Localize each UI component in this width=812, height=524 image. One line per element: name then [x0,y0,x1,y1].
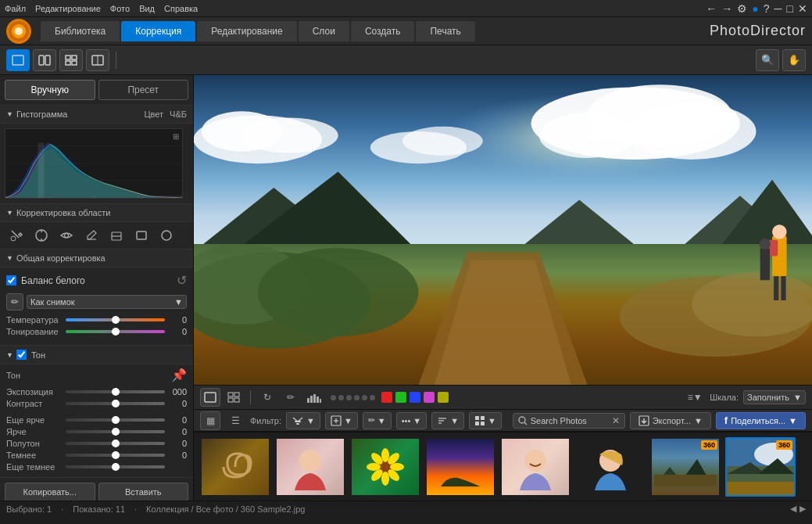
darker-slider[interactable] [66,454,165,457]
radial-tool[interactable] [31,225,52,246]
thumb-4[interactable] [425,437,495,497]
svg-point-37 [241,118,338,153]
scroll-left-btn[interactable]: ◀ [790,504,796,514]
scale-select[interactable]: Заполнить ▼ [743,390,806,404]
tab-correction[interactable]: Коррекция [121,21,195,41]
exposure-slider[interactable] [66,390,165,393]
menu-file[interactable]: Файл [5,4,26,13]
svg-rect-3 [13,56,23,65]
search-clear-btn[interactable]: ✕ [612,415,620,426]
more-darker-slider[interactable] [66,465,165,468]
filmstrip-grid-btn[interactable]: ▦ [200,411,220,430]
more-darker-row: Еще темнее [6,462,187,472]
highlights-slider[interactable] [66,418,165,422]
paste-btn[interactable]: Вставить [98,483,189,501]
pencil-tool[interactable] [81,225,102,246]
filter-btn-4[interactable]: ••• ▼ [396,412,427,429]
view-mode-btn-3[interactable] [59,49,83,71]
temperature-slider[interactable] [66,318,165,321]
menu-help[interactable]: Справка [164,4,198,13]
rect-tool[interactable] [131,225,152,246]
tab-layers[interactable]: Слои [299,21,349,41]
contrast-row: Контраст 0 [6,399,187,408]
brighter-slider[interactable] [66,430,165,433]
eye-tool[interactable] [56,225,77,246]
maximize-icon[interactable]: □ [787,2,793,15]
search-input[interactable] [531,416,609,425]
thumb-1[interactable] [200,437,270,497]
export-btn[interactable]: Экспорт... ▼ [630,412,711,429]
rotate-btn[interactable]: ↻ [257,388,277,407]
eyedropper-tool[interactable]: ✏ [6,293,23,310]
sort-btn[interactable]: ▼ [431,412,464,429]
tone-slider-row: Тонирование 0 [6,327,187,336]
histogram-section-header[interactable]: ▼ Гистограмма Цвет Ч&Б [0,105,193,124]
tab-edit[interactable]: Редактирование [197,21,296,41]
view-grid-btn[interactable] [224,388,244,407]
manual-mode-btn[interactable]: Вручную [5,80,95,100]
histogram-bw-option[interactable]: Ч&Б [170,109,187,119]
tab-library[interactable]: Библиотека [41,21,120,41]
grid-size-btn[interactable]: ▼ [469,412,502,429]
menu-edit[interactable]: Редактирование [35,4,101,13]
thumb-7[interactable]: 360 [650,437,721,497]
minimize-icon[interactable]: ─ [774,2,782,15]
back-icon[interactable]: ← [706,2,717,15]
contrast-slider[interactable] [66,402,165,405]
color-red[interactable] [381,392,392,403]
filter-btn-2[interactable]: ▼ [325,412,358,429]
filter-btn-3[interactable]: ✏ ▼ [363,412,392,429]
sort-options-btn[interactable]: ≡▼ [685,388,705,407]
forward-icon[interactable]: → [721,2,732,15]
share-btn[interactable]: f Поделиться... ▼ [716,412,806,429]
thumb-8[interactable]: 360 [725,437,796,497]
tone-label: Тон [31,350,45,360]
white-balance-checkbox[interactable] [6,275,16,285]
view-mode-btn-1[interactable] [6,49,30,71]
white-balance-reset[interactable]: ↺ [177,273,187,288]
view-mode-btn-2[interactable] [33,49,56,71]
tone-sublabel: Тон [6,371,171,380]
color-green[interactable] [395,392,406,403]
close-icon[interactable]: ✕ [798,2,807,15]
tab-create[interactable]: Создать [351,21,415,41]
menu-view[interactable]: Вид [139,4,155,13]
color-purple[interactable] [424,392,435,403]
user-icon[interactable]: ● [752,2,758,15]
hand-tool-btn[interactable]: ✋ [782,49,806,71]
temperature-value: 0 [168,315,187,325]
wb-preset-select[interactable]: Как снимок ▼ [27,295,187,309]
copy-btn[interactable]: Копировать... [5,483,95,501]
tone-checkbox[interactable] [16,350,27,360]
scroll-right-btn[interactable]: ▶ [799,504,806,514]
eraser-tool[interactable] [106,225,127,246]
menu-photo[interactable]: Фото [110,4,130,13]
toning-slider[interactable] [66,330,165,333]
brush-tool[interactable] [6,225,27,246]
tab-print[interactable]: Печать [416,21,474,41]
color-blue[interactable] [410,392,420,403]
view-mode-btn-4[interactable] [86,49,109,71]
preset-mode-btn[interactable]: Пресет [98,80,189,100]
view-single-btn[interactable] [200,388,220,407]
histogram-expand-icon[interactable]: ⊞ [173,132,179,141]
thumb-6[interactable] [575,437,646,497]
circle-tool[interactable] [156,225,177,246]
midtone-slider[interactable] [66,442,165,445]
filmstrip-list-btn[interactable]: ☰ [225,411,245,430]
histogram-color-option[interactable]: Цвет [144,109,163,119]
histogram-view-btn[interactable] [304,388,324,407]
area-correction-header[interactable]: ▼ Корректировка области [0,203,193,222]
tone-section-header[interactable]: ▼ Тон [0,345,193,364]
tone-pin-icon[interactable]: 📌 [171,368,187,382]
filter-btn-1[interactable]: ▼ [286,412,320,429]
edit-btn[interactable]: ✏ [281,388,301,407]
thumb-3[interactable] [350,437,420,497]
settings-icon[interactable]: ⚙ [737,2,747,15]
general-correction-header[interactable]: ▼ Общая корректировка [0,249,193,267]
color-yellow[interactable] [438,392,449,403]
thumb-2[interactable] [275,437,345,497]
help-icon[interactable]: ? [764,2,770,15]
zoom-tool-btn[interactable]: 🔍 [756,49,779,71]
thumb-5[interactable] [500,437,571,497]
